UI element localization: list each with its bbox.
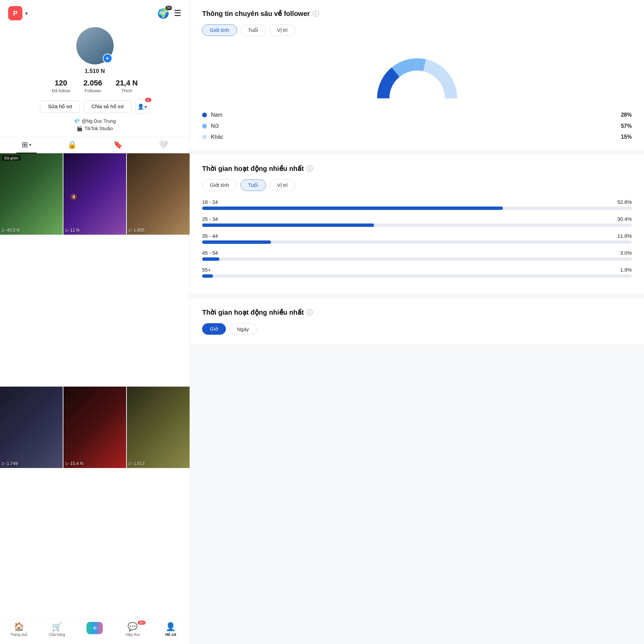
legend-nu: Nữ 57% <box>202 123 632 129</box>
bar-label-35-44: 35 - 44 11.8% <box>202 233 632 239</box>
bar-fill-45-54 <box>202 257 219 261</box>
add-friend-button[interactable]: 👤+ 1 <box>135 99 150 114</box>
tab-grid[interactable]: ⊞ ▾ <box>16 137 37 153</box>
nav-inbox[interactable]: 💬 99+ Hộp thư <box>122 622 143 639</box>
top-bar-right: 🌍 99 ☰ <box>157 8 181 19</box>
video-count-1: 45,5 N <box>7 228 20 233</box>
p-badge: P <box>8 6 22 20</box>
video-overlay-4: ▷ 1.749 <box>2 461 18 466</box>
video-count-4: 1.749 <box>7 461 18 466</box>
notif-badge: 1 <box>145 98 151 102</box>
bar-fill-18-24 <box>202 207 503 210</box>
share-profile-button[interactable]: Chia sẻ hồ sơ <box>84 100 131 113</box>
hamburger-menu-icon[interactable]: ☰ <box>174 8 181 18</box>
follower-info-icon[interactable]: i <box>313 11 319 17</box>
bio-section: 💎 @Ng Duc Trung 🎬 TikTok Studio <box>74 118 116 131</box>
bar-age-55plus: 55+ <box>202 267 211 273</box>
bar-pct-18-24: 52.8% <box>617 199 632 205</box>
video-cell-1[interactable]: Đã ghim ▷ 45,5 N <box>0 153 63 235</box>
bar-track-55plus <box>202 274 632 278</box>
video-cell-4[interactable]: ▷ 1.749 <box>0 387 63 468</box>
activity-info-icon-1[interactable]: i <box>307 165 313 172</box>
activity-filter-gender[interactable]: Giới tính <box>202 179 237 191</box>
nav-shop[interactable]: 🛒 Cửa hàng <box>47 622 67 639</box>
legend-dot-nu <box>202 124 207 129</box>
bar-row-25-34: 25 - 34 30.4% <box>202 216 632 227</box>
chevron-down-icon[interactable]: ▾ <box>25 10 28 17</box>
filter-tab-gender[interactable]: Giới tính <box>202 24 237 36</box>
follower-count: 2.056 <box>83 79 102 87</box>
nav-profile-label: Hồ sơ <box>165 632 176 637</box>
bar-label-25-34: 25 - 34 30.4% <box>202 216 632 222</box>
bar-row-35-44: 35 - 44 11.8% <box>202 233 632 244</box>
video-cell-2[interactable]: ▷ 11 N 🔇 <box>63 153 126 235</box>
bar-fill-25-34 <box>202 223 374 227</box>
activity-title-text-1: Thời gian hoạt động nhiều nhất <box>202 164 304 173</box>
video-cell-3[interactable]: ▷ 1.605 <box>127 153 190 235</box>
globe-wrap: 🌍 99 <box>157 8 169 19</box>
activity-card-1: Thời gian hoạt động nhiều nhất i Giới tí… <box>190 155 644 293</box>
activity-title-2: Thời gian hoạt động nhiều nhất i <box>202 308 632 316</box>
bar-age-35-44: 35 - 44 <box>202 233 218 239</box>
bar-pct-55plus: 1.9% <box>620 267 632 273</box>
bar-age-18-24: 18 - 24 <box>202 199 218 205</box>
video-cell-6[interactable]: ▷ 1.513 <box>127 387 190 468</box>
video-overlay-6: ▷ 1.513 <box>129 461 145 466</box>
video-cell-5[interactable]: ▷ 15,4 N <box>63 387 126 468</box>
legend-list: Nam 28% Nữ 57% Khác 15% <box>202 112 632 140</box>
bar-track-25-34 <box>202 223 632 227</box>
avatar-plus-button[interactable]: + <box>103 54 112 63</box>
tab-arrow: ▾ <box>29 142 31 147</box>
bar-label-55plus: 55+ 1.9% <box>202 267 632 273</box>
time-tab-hour[interactable]: Giờ <box>202 323 226 335</box>
legend-label-nu: Nữ <box>211 123 218 129</box>
nav-plus[interactable]: + . <box>84 622 105 639</box>
nav-home[interactable]: 🏠 Trang chủ <box>9 622 29 639</box>
top-bar-left: P ▾ <box>8 6 28 20</box>
legend-pct-nu: 57% <box>621 123 632 129</box>
username-display: 1.510 N <box>85 68 105 75</box>
legend-label-nam: Nam <box>211 112 222 118</box>
bio-name-row: 💎 @Ng Duc Trung <box>74 118 116 124</box>
plus-button[interactable]: + <box>86 622 103 634</box>
time-tab-day[interactable]: Ngày <box>229 323 257 335</box>
activity-title-text-2: Thời gian hoạt động nhiều nhất <box>202 308 304 316</box>
follower-title-text: Thông tin chuyên sâu về follower <box>202 9 310 18</box>
donut-chart-wrap <box>202 44 632 105</box>
activity-filter-age[interactable]: Tuổi <box>240 179 266 191</box>
bar-track-35-44 <box>202 240 632 244</box>
heart-icon: 🤍 <box>159 140 168 149</box>
nav-shop-label: Cửa hàng <box>48 632 65 637</box>
bar-row-18-24: 18 - 24 52.8% <box>202 199 632 210</box>
follow-label: Đã follow <box>52 88 70 93</box>
bottom-nav: 🏠 Trang chủ 🛒 Cửa hàng + . 💬 99+ Hộp thư… <box>0 619 190 644</box>
edit-profile-button[interactable]: Sửa hồ sơ <box>40 100 80 113</box>
filter-tab-age[interactable]: Tuổi <box>240 24 266 36</box>
inbox-badge: 99+ <box>138 621 145 625</box>
inbox-icon: 💬 <box>128 622 138 631</box>
legend-label-khac: Khác <box>211 134 223 140</box>
tab-private[interactable]: 🔒 <box>62 137 82 153</box>
btn-row: Sửa hồ sơ Chia sẻ hồ sơ 👤+ 1 <box>40 99 149 114</box>
studio-icon: 🎬 <box>77 126 82 131</box>
activity-filter-location[interactable]: Vị trí <box>269 179 296 191</box>
video-overlay-2: ▷ 11 N 🔇 <box>65 228 79 233</box>
tab-liked[interactable]: 🤍 <box>153 137 173 153</box>
video-thumbnail-1 <box>0 153 63 235</box>
nav-profile[interactable]: 👤 Hồ sơ <box>160 622 181 639</box>
bar-row-45-54: 45 - 54 3.0% <box>202 250 632 261</box>
filter-tab-location[interactable]: Vị trí <box>269 24 296 36</box>
tab-saved[interactable]: 🔖 <box>108 137 128 153</box>
likes-label: Thích <box>121 88 133 93</box>
stats-row: 120 Đã follow 2.056 Follower 21,4 N Thíc… <box>52 79 138 93</box>
video-count-2: 11 N <box>70 228 79 233</box>
activity-info-icon-2[interactable]: i <box>307 309 313 315</box>
play-icon-6: ▷ <box>129 461 132 466</box>
profile-nav-icon: 👤 <box>165 622 176 631</box>
legend-pct-khac: 15% <box>621 134 632 140</box>
globe-badge: 99 <box>165 6 172 10</box>
legend-pct-nam: 28% <box>621 112 632 118</box>
activity-title-1: Thời gian hoạt động nhiều nhất i <box>202 164 632 173</box>
left-panel: P ▾ 🌍 99 ☰ + 1.510 N 120 Đã follow 2.0 <box>0 0 190 644</box>
add-friend-icon: 👤+ <box>137 103 147 110</box>
